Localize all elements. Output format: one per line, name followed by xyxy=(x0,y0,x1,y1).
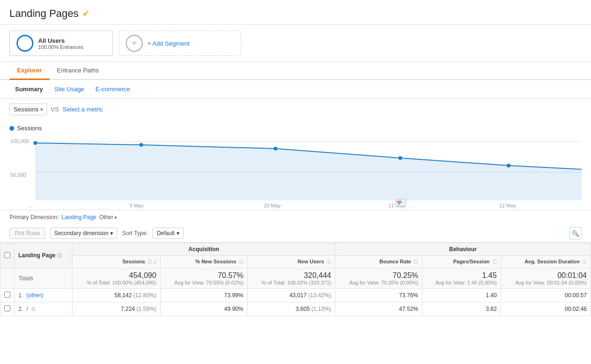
row-1-pages-per-session: 1.40 xyxy=(422,289,501,302)
row-2-link[interactable]: / xyxy=(26,306,28,312)
copy-icon[interactable]: ⧉ xyxy=(32,306,35,312)
x-label-9may: 9 May xyxy=(130,203,144,208)
x-label-dots: ... xyxy=(28,203,32,208)
row-1-sessions: 58,142 (12.80%) xyxy=(73,289,160,302)
vs-label: VS xyxy=(51,106,59,113)
tabs-bar: Explorer Entrance Paths xyxy=(0,62,591,80)
tab-entrance-paths[interactable]: Entrance Paths xyxy=(49,62,106,80)
acquisition-header: Acquisition xyxy=(73,243,335,256)
pages-per-session-col-header[interactable]: Pages/Session ⓘ xyxy=(422,256,501,269)
total-avg-session-duration: 00:01:04 Avg for View: 00:01:04 (0.00%) xyxy=(501,269,591,289)
tab-explorer[interactable]: Explorer xyxy=(9,62,49,80)
total-new-users: 320,444 % of Total: 100.02% (320,371) xyxy=(247,269,335,289)
select-metric-link[interactable]: Select a metric xyxy=(63,106,103,113)
controls-bar: Plot Rows Secondary dimension ▾ Sort Typ… xyxy=(0,224,591,243)
sub-tab-site-usage[interactable]: Site Usage xyxy=(49,84,90,95)
avg-session-duration-col-header[interactable]: Avg. Session Duration ⓘ xyxy=(501,256,591,269)
secondary-dimension-dropdown[interactable]: Secondary dimension ▾ xyxy=(50,228,117,239)
row-2-sessions: 7,224 (1.59%) xyxy=(73,302,160,316)
landing-page-link[interactable]: Landing Page xyxy=(62,214,97,221)
chart-area: Sessions 100,000 50,000 ... 9 May 10 May… xyxy=(0,120,591,210)
total-pages-per-session: 1.45 Avg for View: 1.45 (0.00%) xyxy=(422,269,501,289)
totals-row: Totals 454,090 % of Total: 100.00% (454,… xyxy=(0,269,591,289)
chart-container: 100,000 50,000 ... 9 May 10 May 11 May 1… xyxy=(9,135,582,210)
row-2-pct-new-sessions: 49.90% xyxy=(160,302,247,316)
row-2-bounce-rate: 47.52% xyxy=(335,302,422,316)
other-dropdown[interactable]: Other ▾ xyxy=(99,214,117,221)
pct-new-sessions-col-header[interactable]: % New Sessions ⓘ xyxy=(160,256,247,269)
data-point-3 xyxy=(398,156,402,160)
search-icon: 🔍 xyxy=(572,230,579,237)
total-bounce-rate: 70.25% Avg for View: 70.25% (0.00%) xyxy=(335,269,422,289)
metric-selector: Sessions ▾ VS Select a metric xyxy=(0,99,591,120)
page-header: Landing Pages ✔ xyxy=(0,0,591,25)
secondary-dimension-arrow-icon: ▾ xyxy=(110,230,113,237)
data-point-1 xyxy=(139,143,143,147)
table-row: 1. (other) 58,142 (12.80%) 73.99% 43,017… xyxy=(0,289,591,302)
row-2-avg-session-duration: 00:02:46 xyxy=(501,302,591,316)
sessions-info-icon: ⓘ xyxy=(147,259,152,264)
segment-info: All Users 100.00% Entrances xyxy=(38,37,83,50)
new-users-info-icon: ⓘ xyxy=(326,259,331,264)
other-arrow-icon: ▾ xyxy=(114,215,117,220)
data-table: Landing Page ⓘ Acquisition Behaviour Ses… xyxy=(0,243,591,316)
pct-new-sessions-info-icon: ⓘ xyxy=(239,259,243,264)
search-box[interactable]: 🔍 xyxy=(569,227,582,239)
active-segment[interactable]: All Users 100.00% Entrances xyxy=(9,31,113,56)
bounce-rate-info-icon: ⓘ xyxy=(413,259,418,264)
sub-tab-ecommerce[interactable]: E-commerce xyxy=(90,84,136,95)
dimension-bar: Primary Dimension: Landing Page Other ▾ xyxy=(0,210,591,224)
select-all-checkbox-header[interactable] xyxy=(0,243,15,269)
segment-sub: 100.00% Entrances xyxy=(38,44,83,50)
row-2-pages-per-session: 3.82 xyxy=(422,302,501,316)
add-segment-box[interactable]: + + Add Segment xyxy=(119,31,241,56)
row-1-checkbox[interactable] xyxy=(4,292,10,298)
data-point-4 xyxy=(507,164,510,167)
add-segment-icon: + xyxy=(126,35,143,52)
table-row: 2. / ⧉ 7,224 (1.59%) 49.90% 3,605 (1.13%… xyxy=(0,302,591,316)
segment-name: All Users xyxy=(38,37,83,44)
select-all-checkbox[interactable] xyxy=(4,252,10,258)
verified-icon: ✔ xyxy=(82,8,89,19)
chart-legend: Sessions xyxy=(9,125,582,132)
sessions-metric-dropdown[interactable]: Sessions ▾ xyxy=(9,103,47,115)
chart-svg: 100,000 50,000 ... 9 May 10 May 11 May 1… xyxy=(9,135,582,210)
primary-dimension-label: Primary Dimension: xyxy=(9,214,59,221)
new-users-col-header[interactable]: New Users ⓘ xyxy=(247,256,335,269)
total-sessions: 454,090 % of Total: 100.00% (454,090) xyxy=(73,269,160,289)
plot-rows-button[interactable]: Plot Rows xyxy=(9,228,45,239)
row-1-link[interactable]: (other) xyxy=(26,292,43,299)
page-title: Landing Pages xyxy=(9,8,79,20)
sub-tab-summary: Summary xyxy=(9,84,49,95)
behaviour-header: Behaviour xyxy=(335,243,591,256)
segments-bar: All Users 100.00% Entrances + + Add Segm… xyxy=(0,25,591,62)
bounce-rate-col-header[interactable]: Bounce Rate ⓘ xyxy=(335,256,422,269)
total-pct-new-sessions: 70.57% Avg for View: 70.55% (0.02%) xyxy=(160,269,247,289)
y-label-50k: 50,000 xyxy=(10,172,26,178)
row-2-new-users: 3,605 (1.13%) xyxy=(247,302,335,316)
sessions-sort-icon: ↓ xyxy=(154,259,156,264)
chart-fill xyxy=(35,143,582,200)
sub-tabs: Summary Site Usage E-commerce xyxy=(0,80,591,99)
x-label-12may: 12 May xyxy=(499,203,517,208)
row-2-checkbox[interactable] xyxy=(4,305,10,311)
landing-page-info-icon: ⓘ xyxy=(57,253,62,258)
data-point-2 xyxy=(274,147,277,150)
avg-session-duration-info-icon: ⓘ xyxy=(582,259,587,264)
data-point-0 xyxy=(33,141,37,145)
svg-text:📅: 📅 xyxy=(397,200,402,206)
row-1-bounce-rate: 73.76% xyxy=(335,289,422,302)
sort-type-dropdown[interactable]: Default ▾ xyxy=(153,228,184,239)
sessions-legend-label: Sessions xyxy=(17,125,42,132)
segment-circle-icon xyxy=(16,35,33,52)
row-1-avg-session-duration: 00:00:57 xyxy=(501,289,591,302)
row-1-pct-new-sessions: 73.99% xyxy=(160,289,247,302)
pages-per-session-info-icon: ⓘ xyxy=(492,259,497,264)
dropdown-arrow-icon: ▾ xyxy=(40,107,43,112)
sort-type-label: Sort Type: xyxy=(122,230,147,237)
x-label-10may: 10 May xyxy=(264,203,281,208)
add-segment-label: + Add Segment xyxy=(147,40,189,47)
sessions-col-header[interactable]: Sessions ⓘ ↓ xyxy=(73,256,160,269)
landing-page-header: Landing Page ⓘ xyxy=(15,243,73,269)
sort-type-arrow-icon: ▾ xyxy=(177,230,179,237)
